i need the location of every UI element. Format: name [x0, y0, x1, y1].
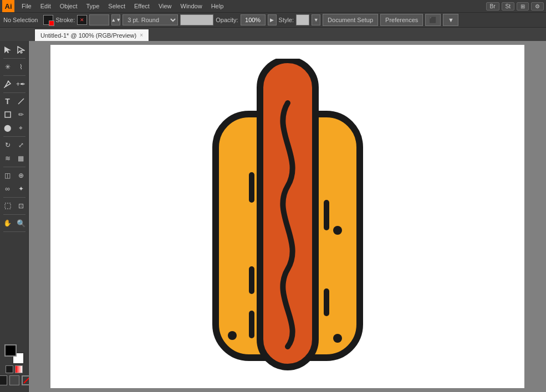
options-bar: No Selection Stroke: ✕ ▲▼ 3 pt. Round Op…: [0, 12, 546, 28]
arrangement-button[interactable]: ⬛: [425, 14, 441, 26]
tab-untitled[interactable]: Untitled-1* @ 100% (RGB/Preview) ×: [34, 29, 149, 41]
separator-5: [3, 167, 25, 167]
style-arrow[interactable]: ▼: [312, 14, 320, 25]
top-right-icons: Br St ⊞ ⚙: [486, 2, 544, 11]
document-setup-button[interactable]: Document Setup: [323, 14, 378, 26]
artboard-tool[interactable]: [1, 199, 14, 213]
tab-label: Untitled-1* @ 100% (RGB/Preview): [40, 32, 136, 39]
bridge-button[interactable]: Br: [486, 2, 499, 11]
opacity-input[interactable]: [241, 14, 266, 25]
zoom-tool[interactable]: 🔍: [14, 216, 28, 230]
artboard-row: ⊡: [0, 199, 28, 213]
app-logo: Ai: [2, 0, 14, 12]
stroke-color-box[interactable]: ✕: [77, 15, 87, 25]
column-graph-tool[interactable]: ▦: [14, 152, 28, 165]
separator-3: [3, 92, 25, 93]
hand-tool[interactable]: ✋: [1, 216, 14, 230]
svg-line-3: [4, 87, 5, 88]
fill-indicator[interactable]: [0, 375, 7, 385]
stroke-label: Stroke:: [55, 17, 75, 23]
selection-tools-row: [0, 43, 28, 56]
separator-7: [3, 214, 25, 215]
blob-brush-tool[interactable]: ⬤: [1, 121, 14, 135]
separator-2: [3, 75, 25, 76]
symbol-tool[interactable]: ✦: [14, 182, 28, 195]
svg-marker-0: [4, 47, 11, 53]
magic-lasso-row: ✳ ⌇: [0, 60, 28, 74]
canvas-white: [50, 45, 524, 388]
fill-color-box[interactable]: [43, 15, 53, 25]
fg-bg-color-box: [4, 344, 24, 364]
search-extension-button[interactable]: ⚙: [531, 2, 544, 11]
separator-4: [3, 136, 25, 137]
style-swatch[interactable]: [296, 14, 309, 25]
menu-view[interactable]: View: [155, 2, 176, 11]
svg-point-16: [333, 226, 342, 235]
selection-tool[interactable]: [1, 43, 14, 56]
pen-tool[interactable]: [1, 78, 14, 91]
menu-file[interactable]: File: [18, 2, 35, 11]
menu-window[interactable]: Window: [177, 2, 206, 11]
transform-row: ↻ ⤢: [0, 138, 28, 152]
shape-row: ✏: [0, 108, 28, 121]
slice-tool[interactable]: ⊡: [14, 199, 28, 213]
svg-point-17: [333, 334, 342, 343]
menu-bar: Ai File Edit Object Type Select Effect V…: [0, 0, 546, 12]
anchor-tool[interactable]: +✒: [14, 78, 28, 91]
menu-effect[interactable]: Effect: [130, 2, 154, 11]
blend-symbol-row: ∞ ✦: [0, 182, 28, 195]
color-area: [0, 344, 32, 390]
color-swatch[interactable]: [180, 14, 213, 25]
style-label: Style:: [279, 17, 294, 23]
main-layout: ✳ ⌇ +✒ T ✏: [0, 41, 546, 392]
svg-marker-1: [18, 47, 24, 53]
type-tool[interactable]: T: [1, 95, 14, 108]
direct-selection-tool[interactable]: [14, 43, 28, 56]
shape-tool[interactable]: [1, 108, 14, 121]
workspace-button[interactable]: ⊞: [517, 2, 529, 11]
gradient-tool[interactable]: ◫: [1, 169, 14, 182]
eyedropper-tool[interactable]: ⊕: [14, 169, 28, 182]
separator-8: [3, 231, 25, 232]
hotdog-illustration: [202, 59, 374, 374]
menu-edit[interactable]: Edit: [37, 2, 55, 11]
menu-select[interactable]: Select: [104, 2, 129, 11]
type-row: T: [0, 95, 28, 108]
menu-type[interactable]: Type: [83, 2, 104, 11]
warp-tool[interactable]: ≋: [1, 152, 14, 165]
opacity-arrow[interactable]: ▶: [268, 14, 277, 25]
opacity-label: Opacity:: [216, 17, 238, 23]
scale-tool[interactable]: ⤢: [14, 138, 28, 152]
blob-shaper-row: ⬤ ⌖: [0, 121, 28, 135]
svg-point-2: [7, 81, 9, 82]
separator-6: [3, 197, 25, 198]
stroke-input[interactable]: [89, 14, 109, 25]
stroke-up-down[interactable]: ▲▼: [111, 14, 120, 25]
magic-wand-tool[interactable]: ✳: [1, 60, 14, 74]
hand-zoom-row: ✋ 🔍: [0, 216, 28, 230]
line-tool[interactable]: [14, 95, 28, 108]
none-color-icon[interactable]: [15, 365, 23, 373]
stroke-type-dropdown[interactable]: 3 pt. Round: [123, 14, 178, 25]
tab-bar: Untitled-1* @ 100% (RGB/Preview) ×: [0, 28, 546, 41]
stock-button[interactable]: St: [502, 2, 514, 11]
no-selection-label: No Selection: [3, 17, 38, 23]
svg-rect-6: [5, 203, 11, 209]
preferences-button[interactable]: Preferences: [380, 14, 423, 26]
lasso-tool[interactable]: ⌇: [14, 60, 28, 74]
svg-rect-5: [5, 112, 11, 117]
swap-colors-icon[interactable]: [6, 365, 13, 373]
menu-help[interactable]: Help: [207, 2, 228, 11]
separator-1: [3, 58, 25, 59]
foreground-color[interactable]: [4, 344, 17, 357]
expand-button[interactable]: ▼: [443, 14, 458, 26]
tab-close-button[interactable]: ×: [140, 32, 143, 38]
gradient-indicator[interactable]: [9, 375, 19, 385]
canvas-area: [29, 41, 546, 392]
blend-tool[interactable]: ∞: [1, 182, 14, 195]
menu-object[interactable]: Object: [56, 2, 81, 11]
pen-row: +✒: [0, 78, 28, 91]
rotate-tool[interactable]: ↻: [1, 138, 14, 152]
shaper-tool[interactable]: ⌖: [14, 121, 28, 135]
paintbrush-tool[interactable]: ✏: [14, 108, 28, 121]
